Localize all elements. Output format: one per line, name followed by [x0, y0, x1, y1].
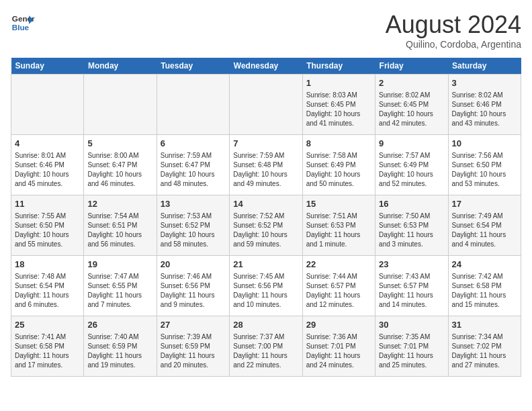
- calendar-cell: [84, 75, 157, 135]
- calendar-cell: 11Sunrise: 7:55 AMSunset: 6:50 PMDayligh…: [11, 195, 84, 256]
- day-detail: Sunrise: 7:59 AMSunset: 6:48 PMDaylight:…: [233, 151, 298, 189]
- calendar-table: SundayMondayTuesdayWednesdayThursdayFrid…: [11, 58, 521, 377]
- calendar-cell: 21Sunrise: 7:45 AMSunset: 6:56 PMDayligh…: [230, 256, 302, 316]
- day-number: 2: [379, 77, 444, 89]
- day-detail: Sunrise: 7:39 AMSunset: 6:59 PMDaylight:…: [161, 332, 226, 370]
- day-number: 12: [87, 198, 152, 210]
- calendar-cell: 17Sunrise: 7:49 AMSunset: 6:54 PMDayligh…: [448, 195, 521, 256]
- calendar-cell: 19Sunrise: 7:47 AMSunset: 6:55 PMDayligh…: [84, 256, 157, 316]
- day-detail: Sunrise: 7:44 AMSunset: 6:57 PMDaylight:…: [306, 272, 371, 310]
- day-detail: Sunrise: 7:37 AMSunset: 7:00 PMDaylight:…: [233, 332, 298, 370]
- calendar-cell: 25Sunrise: 7:41 AMSunset: 6:58 PMDayligh…: [11, 316, 84, 377]
- day-number: 17: [452, 198, 517, 210]
- day-detail: Sunrise: 7:52 AMSunset: 6:52 PMDaylight:…: [233, 212, 298, 249]
- day-number: 28: [233, 319, 298, 331]
- day-detail: Sunrise: 7:53 AMSunset: 6:52 PMDaylight:…: [161, 212, 226, 249]
- day-detail: Sunrise: 8:02 AMSunset: 6:45 PMDaylight:…: [379, 91, 444, 128]
- calendar-cell: 28Sunrise: 7:37 AMSunset: 7:00 PMDayligh…: [230, 316, 302, 377]
- calendar-cell: 29Sunrise: 7:36 AMSunset: 7:01 PMDayligh…: [302, 316, 375, 377]
- day-number: 18: [15, 259, 80, 271]
- day-detail: Sunrise: 7:40 AMSunset: 6:59 PMDaylight:…: [87, 332, 152, 370]
- day-detail: Sunrise: 7:59 AMSunset: 6:47 PMDaylight:…: [161, 151, 226, 189]
- calendar-week-row: 18Sunrise: 7:48 AMSunset: 6:54 PMDayligh…: [11, 256, 521, 316]
- calendar-cell: 15Sunrise: 7:51 AMSunset: 6:53 PMDayligh…: [302, 195, 375, 256]
- calendar-cell: [157, 75, 229, 135]
- calendar-cell: 14Sunrise: 7:52 AMSunset: 6:52 PMDayligh…: [230, 195, 302, 256]
- calendar-cell: 1Sunrise: 8:03 AMSunset: 6:45 PMDaylight…: [302, 75, 375, 135]
- calendar-cell: 26Sunrise: 7:40 AMSunset: 6:59 PMDayligh…: [84, 316, 157, 377]
- day-number: 3: [452, 77, 517, 89]
- calendar-cell: 8Sunrise: 7:58 AMSunset: 6:49 PMDaylight…: [302, 135, 375, 195]
- calendar-cell: 27Sunrise: 7:39 AMSunset: 6:59 PMDayligh…: [157, 316, 229, 377]
- day-number: 20: [161, 259, 226, 271]
- calendar-header-row: SundayMondayTuesdayWednesdayThursdayFrid…: [11, 58, 521, 75]
- calendar-cell: 13Sunrise: 7:53 AMSunset: 6:52 PMDayligh…: [157, 195, 229, 256]
- header-day-sunday: Sunday: [11, 58, 84, 75]
- calendar-cell: 30Sunrise: 7:35 AMSunset: 7:01 PMDayligh…: [375, 316, 448, 377]
- header-day-saturday: Saturday: [448, 58, 521, 75]
- day-detail: Sunrise: 7:42 AMSunset: 6:58 PMDaylight:…: [452, 272, 517, 310]
- calendar-week-row: 4Sunrise: 8:01 AMSunset: 6:46 PMDaylight…: [11, 135, 521, 195]
- day-number: 1: [306, 77, 371, 89]
- day-detail: Sunrise: 7:49 AMSunset: 6:54 PMDaylight:…: [452, 212, 517, 249]
- day-detail: Sunrise: 7:35 AMSunset: 7:01 PMDaylight:…: [379, 332, 444, 370]
- location-subtitle: Quilino, Cordoba, Argentina: [386, 39, 521, 50]
- calendar-week-row: 11Sunrise: 7:55 AMSunset: 6:50 PMDayligh…: [11, 195, 521, 256]
- day-detail: Sunrise: 7:55 AMSunset: 6:50 PMDaylight:…: [15, 212, 80, 249]
- calendar-cell: 12Sunrise: 7:54 AMSunset: 6:51 PMDayligh…: [84, 195, 157, 256]
- header-day-thursday: Thursday: [302, 58, 375, 75]
- calendar-cell: 18Sunrise: 7:48 AMSunset: 6:54 PMDayligh…: [11, 256, 84, 316]
- day-detail: Sunrise: 7:36 AMSunset: 7:01 PMDaylight:…: [306, 332, 371, 370]
- calendar-cell: [11, 75, 84, 135]
- day-number: 16: [379, 198, 444, 210]
- day-detail: Sunrise: 7:50 AMSunset: 6:53 PMDaylight:…: [379, 212, 444, 249]
- day-number: 6: [161, 138, 226, 150]
- day-number: 5: [87, 138, 152, 150]
- day-number: 22: [306, 259, 371, 271]
- calendar-cell: 24Sunrise: 7:42 AMSunset: 6:58 PMDayligh…: [448, 256, 521, 316]
- header-day-monday: Monday: [84, 58, 157, 75]
- month-year-title: August 2024: [386, 11, 521, 39]
- day-detail: Sunrise: 8:00 AMSunset: 6:47 PMDaylight:…: [87, 151, 152, 189]
- calendar-cell: 2Sunrise: 8:02 AMSunset: 6:45 PMDaylight…: [375, 75, 448, 135]
- day-detail: Sunrise: 8:03 AMSunset: 6:45 PMDaylight:…: [306, 91, 371, 128]
- day-detail: Sunrise: 7:54 AMSunset: 6:51 PMDaylight:…: [87, 212, 152, 249]
- calendar-cell: 23Sunrise: 7:43 AMSunset: 6:57 PMDayligh…: [375, 256, 448, 316]
- day-number: 21: [233, 259, 298, 271]
- header: General Blue August 2024 Quilino, Cordob…: [11, 11, 521, 50]
- day-number: 23: [379, 259, 444, 271]
- day-detail: Sunrise: 7:47 AMSunset: 6:55 PMDaylight:…: [87, 272, 152, 310]
- day-number: 14: [233, 198, 298, 210]
- day-detail: Sunrise: 7:57 AMSunset: 6:49 PMDaylight:…: [379, 151, 444, 189]
- calendar-cell: 4Sunrise: 8:01 AMSunset: 6:46 PMDaylight…: [11, 135, 84, 195]
- day-number: 24: [452, 259, 517, 271]
- day-detail: Sunrise: 7:45 AMSunset: 6:56 PMDaylight:…: [233, 272, 298, 310]
- day-detail: Sunrise: 7:48 AMSunset: 6:54 PMDaylight:…: [15, 272, 80, 310]
- header-day-wednesday: Wednesday: [230, 58, 302, 75]
- calendar-week-row: 1Sunrise: 8:03 AMSunset: 6:45 PMDaylight…: [11, 75, 521, 135]
- day-detail: Sunrise: 7:41 AMSunset: 6:58 PMDaylight:…: [15, 332, 80, 370]
- day-number: 31: [452, 319, 517, 331]
- calendar-cell: 7Sunrise: 7:59 AMSunset: 6:48 PMDaylight…: [230, 135, 302, 195]
- day-detail: Sunrise: 7:58 AMSunset: 6:49 PMDaylight:…: [306, 151, 371, 189]
- calendar-cell: 10Sunrise: 7:56 AMSunset: 6:50 PMDayligh…: [448, 135, 521, 195]
- svg-text:Blue: Blue: [12, 23, 30, 32]
- logo: General Blue: [11, 11, 35, 35]
- day-number: 25: [15, 319, 80, 331]
- calendar-week-row: 25Sunrise: 7:41 AMSunset: 6:58 PMDayligh…: [11, 316, 521, 377]
- day-number: 7: [233, 138, 298, 150]
- day-number: 27: [161, 319, 226, 331]
- day-number: 4: [15, 138, 80, 150]
- title-area: August 2024 Quilino, Cordoba, Argentina: [386, 11, 521, 50]
- day-number: 8: [306, 138, 371, 150]
- day-detail: Sunrise: 7:43 AMSunset: 6:57 PMDaylight:…: [379, 272, 444, 310]
- day-detail: Sunrise: 8:01 AMSunset: 6:46 PMDaylight:…: [15, 151, 80, 189]
- day-number: 9: [379, 138, 444, 150]
- calendar-cell: 9Sunrise: 7:57 AMSunset: 6:49 PMDaylight…: [375, 135, 448, 195]
- calendar-cell: 31Sunrise: 7:34 AMSunset: 7:02 PMDayligh…: [448, 316, 521, 377]
- calendar-cell: 5Sunrise: 8:00 AMSunset: 6:47 PMDaylight…: [84, 135, 157, 195]
- day-number: 30: [379, 319, 444, 331]
- day-number: 26: [87, 319, 152, 331]
- day-detail: Sunrise: 7:34 AMSunset: 7:02 PMDaylight:…: [452, 332, 517, 370]
- day-number: 19: [87, 259, 152, 271]
